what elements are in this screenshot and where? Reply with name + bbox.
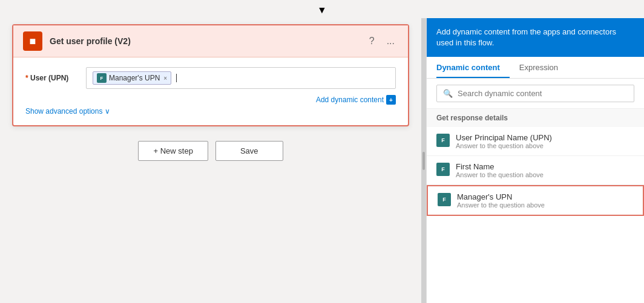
office-logo-icon: ■ <box>23 31 42 51</box>
panel-divider[interactable] <box>421 18 426 303</box>
canvas: ■ Get user profile (V2) ? ... * User (UP… <box>0 18 421 303</box>
item-sub-upn: Answer to the question above <box>456 142 552 149</box>
new-step-button[interactable]: + New step <box>138 141 208 161</box>
action-card: ■ Get user profile (V2) ? ... * User (UP… <box>12 24 409 126</box>
panel-tabs: Dynamic content Expression <box>427 57 644 79</box>
save-button[interactable]: Save <box>215 141 283 161</box>
text-cursor <box>176 74 177 82</box>
search-icon: 🔍 <box>443 89 453 98</box>
top-arrow-indicator: ▼ <box>0 0 644 18</box>
bottom-buttons: + New step Save <box>138 141 283 161</box>
card-body: * User (UPN) F Manager's UPN × <box>13 57 408 125</box>
help-icon[interactable]: ? <box>366 34 378 48</box>
upn-label: * User (UPN) <box>25 74 86 82</box>
item-name-managers-upn: Manager's UPN <box>457 192 545 201</box>
item-text-managers-upn: Manager's UPN Answer to the question abo… <box>457 192 545 209</box>
tag-icon: F <box>97 73 107 83</box>
tag-close-icon[interactable]: × <box>163 75 167 82</box>
panel-header: Add dynamic content from the apps and co… <box>427 18 644 57</box>
tab-expression[interactable]: Expression <box>519 57 568 78</box>
item-text-firstname: First Name Answer to the question above <box>456 162 544 178</box>
more-options-icon[interactable]: ... <box>383 34 398 48</box>
divider-handle <box>422 152 425 170</box>
add-dynamic-content-link[interactable]: Add dynamic content + <box>25 95 396 105</box>
card-header: ■ Get user profile (V2) ? ... <box>13 25 408 57</box>
item-icon-firstname: F <box>436 163 450 176</box>
item-name-firstname: First Name <box>456 162 544 171</box>
add-dynamic-icon: + <box>386 95 396 105</box>
section-label: Get response details <box>427 109 644 127</box>
advanced-options-label: Show advanced options <box>25 107 102 116</box>
item-sub-firstname: Answer to the question above <box>456 171 544 178</box>
panel-search: 🔍 <box>427 79 644 109</box>
search-input[interactable] <box>458 89 628 98</box>
main-area: ■ Get user profile (V2) ? ... * User (UP… <box>0 18 644 303</box>
upn-input-field[interactable]: F Manager's UPN × <box>86 67 396 89</box>
card-title: Get user profile (V2) <box>50 36 366 46</box>
add-dynamic-label: Add dynamic content <box>316 96 384 104</box>
advanced-options-toggle[interactable]: Show advanced options ∨ <box>25 107 396 116</box>
chevron-down-icon: ∨ <box>105 107 110 116</box>
card-header-actions: ? ... <box>366 34 398 48</box>
item-sub-managers-upn: Answer to the question above <box>457 201 545 209</box>
dynamic-content-list: Get response details F User Principal Na… <box>427 109 644 303</box>
list-item[interactable]: F User Principal Name (UPN) Answer to th… <box>427 127 644 156</box>
item-icon-managers-upn: F <box>438 193 451 206</box>
list-item[interactable]: F First Name Answer to the question abov… <box>427 156 644 185</box>
tab-dynamic-content[interactable]: Dynamic content <box>436 57 510 78</box>
item-name-upn: User Principal Name (UPN) <box>456 133 552 142</box>
list-item[interactable]: F Manager's UPN Answer to the question a… <box>427 185 644 216</box>
required-star: * <box>25 74 30 82</box>
item-icon-upn: F <box>436 134 450 147</box>
panel-header-text: Add dynamic content from the apps and co… <box>436 27 616 47</box>
dynamic-content-panel: Add dynamic content from the apps and co… <box>426 18 644 303</box>
search-box: 🔍 <box>436 85 634 102</box>
tag-label: Manager's UPN <box>109 74 160 82</box>
upn-form-row: * User (UPN) F Manager's UPN × <box>25 67 396 89</box>
managers-upn-tag[interactable]: F Manager's UPN × <box>93 71 171 85</box>
item-text-upn: User Principal Name (UPN) Answer to the … <box>456 133 552 149</box>
